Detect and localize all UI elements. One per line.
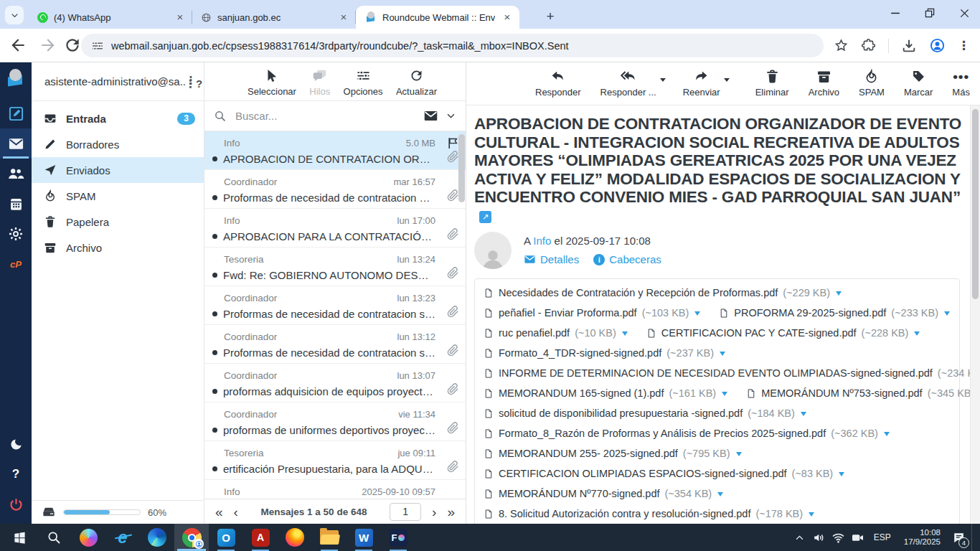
attachment-menu-caret[interactable] (836, 291, 842, 298)
attachment-menu-caret[interactable] (622, 331, 628, 339)
message-row[interactable]: Coordinadormar 16:57 Proformas de necesi… (204, 170, 466, 209)
refresh-button[interactable] (63, 36, 82, 55)
details-link[interactable]: Detalles (524, 253, 579, 265)
threads-button[interactable]: Hilos (309, 68, 330, 97)
attachment-file[interactable]: MEMORÁNDUM Nº753-signed.pdf(~345 KB) (746, 387, 980, 400)
compose-button[interactable] (0, 98, 32, 128)
reader-scrollbar-thumb[interactable] (972, 109, 979, 299)
attachment-menu-caret[interactable] (722, 392, 727, 399)
delete-button[interactable]: Eliminar (755, 69, 789, 98)
mark-button[interactable]: Marcar (904, 69, 933, 98)
minimize-button[interactable] (885, 3, 905, 23)
close-button[interactable] (954, 3, 974, 23)
recipient-link[interactable]: Info (533, 235, 551, 247)
attachment-file[interactable]: 8. Solicitud Autorización contra y resol… (484, 508, 814, 520)
edge-button[interactable] (140, 524, 174, 551)
open-external-icon[interactable]: ↗ (479, 211, 491, 223)
attachment-file[interactable]: INFORME DE DETERMINACION DE NECESIDAD EV… (484, 367, 980, 380)
forward-button[interactable]: Reenviar (683, 69, 720, 98)
tab-sanjuan[interactable]: sanjuan.gob.ec × (192, 6, 356, 29)
message-row[interactable]: Tesorerialun 13:24 Fwd: Re: GOBIERNO AUT… (204, 248, 466, 286)
mail-nav-button[interactable] (0, 128, 32, 159)
message-row[interactable]: Infolun 17:00 APROBACION PARA LA CONTRAT… (204, 209, 466, 248)
attachment-menu-caret[interactable] (720, 352, 725, 359)
attachment-menu-caret[interactable] (944, 311, 950, 319)
page-number-input[interactable] (390, 503, 421, 521)
last-page-icon[interactable]: » (447, 505, 455, 519)
reply-all-menu-caret[interactable] (660, 78, 666, 85)
address-bar[interactable]: webmail.sanjuan.gob.ec/cpsess1988317614/… (81, 34, 824, 57)
previous-page-icon[interactable]: ‹ (234, 505, 238, 519)
tab-close-icon[interactable]: × (501, 11, 514, 24)
attachment-file[interactable]: MEMORANDUM 255- 2025-signed.pdf(~795 KB) (484, 448, 742, 460)
attachment-file[interactable]: ruc penafiel.pdf(~10 KB) (484, 327, 628, 339)
folder-papelera[interactable]: Papelera (32, 209, 204, 235)
reply-all-button[interactable]: Responder ... (600, 69, 656, 98)
message-row[interactable]: Info5.0 MB APROBACION DE CONTRATACION OR… (204, 131, 466, 170)
bookmark-star-icon[interactable] (834, 38, 849, 53)
reply-button[interactable]: Responder (535, 69, 581, 98)
folder-spam[interactable]: SPAM (32, 183, 204, 209)
internet-explorer-button[interactable]: e (105, 524, 140, 551)
help-button[interactable]: ? (0, 459, 32, 489)
chrome-button[interactable] (174, 524, 209, 551)
attachment-menu-caret[interactable] (839, 472, 844, 479)
search-scope-mail-icon[interactable] (423, 108, 438, 123)
contacts-nav-button[interactable] (0, 159, 32, 189)
attachment-file[interactable]: solicitud de disponibilidad presupuestar… (484, 408, 806, 420)
calendar-nav-button[interactable] (0, 189, 32, 219)
search-input[interactable] (234, 109, 416, 123)
attachment-menu-caret[interactable] (801, 412, 806, 419)
tray-expand-button[interactable] (790, 524, 809, 551)
outlook-button[interactable]: O (209, 524, 243, 551)
volume-button[interactable] (809, 524, 829, 551)
forward-button[interactable] (39, 36, 57, 55)
site-settings-icon[interactable] (91, 39, 104, 52)
taskbar-search-button[interactable] (37, 524, 71, 551)
next-page-icon[interactable]: › (432, 505, 436, 519)
folder-enviados[interactable]: Enviados (32, 157, 204, 183)
refresh-list-button[interactable]: Actualizar (396, 68, 437, 97)
network-button[interactable] (829, 524, 848, 551)
tab-close-icon[interactable]: × (174, 11, 187, 24)
folder-borradores[interactable]: Borradores (32, 131, 204, 157)
tab-whatsapp[interactable]: (4) WhatsApp × (29, 6, 192, 29)
message-row[interactable]: Tesoreriajue 09:11 ertificación Presupue… (204, 441, 466, 480)
message-row[interactable]: Coordinadorlun 13:12 Proformas de necesi… (204, 325, 466, 364)
tab-close-icon[interactable]: × (337, 11, 350, 24)
headers-link[interactable]: iCabeceras (593, 253, 661, 265)
file-explorer-button[interactable] (312, 524, 347, 551)
meet-now-button[interactable] (848, 524, 867, 551)
first-page-icon[interactable]: « (215, 505, 223, 519)
show-desktop-button[interactable] (971, 524, 974, 551)
attachment-file[interactable]: CERTIFICACION OLIMPIADAS ESPACIOS-signed… (484, 468, 844, 480)
attachment-menu-caret[interactable] (694, 311, 700, 319)
new-tab-button[interactable]: + (542, 9, 559, 26)
start-button[interactable] (2, 524, 37, 551)
restore-button[interactable] (920, 3, 940, 23)
downloads-icon[interactable] (901, 38, 917, 54)
options-button[interactable]: Opciones (344, 68, 383, 97)
firefox-button[interactable] (278, 524, 312, 551)
attachment-file[interactable]: MEMORANDUM 165-signed (1).pdf(~161 KB) (484, 387, 727, 400)
profile-icon[interactable] (929, 37, 946, 54)
back-button[interactable] (9, 36, 27, 55)
archive-button[interactable]: Archivo (809, 69, 839, 98)
attachment-file[interactable]: Formato_8_Razón de Proformas y Análisis … (484, 428, 890, 440)
browser-menu-icon[interactable]: ⋮ (958, 44, 970, 48)
folder-entrada[interactable]: Entrada 3 (32, 105, 204, 131)
folder-archivo[interactable]: Archivo (32, 235, 204, 260)
spam-button[interactable]: SPAM (859, 69, 885, 98)
message-row[interactable]: Coordinadorlun 13:07 proformas adquisici… (204, 364, 466, 402)
select-button[interactable]: Seleccionar (248, 68, 296, 97)
dark-mode-button[interactable] (0, 429, 32, 459)
account-menu-icon[interactable]: ⋮⋮? (185, 78, 197, 85)
word-button[interactable]: W (347, 524, 381, 551)
tab-roundcube[interactable]: Roundcube Webmail :: Enviados × (356, 6, 519, 29)
copilot-button[interactable] (71, 524, 105, 551)
tab-search-button[interactable] (5, 6, 24, 24)
attachment-file[interactable]: Necesidades de Contratación y Recepción … (484, 287, 842, 299)
reader-scrollbar[interactable] (970, 105, 980, 524)
attachment-menu-caret[interactable] (914, 331, 920, 339)
clock[interactable]: 10:0817/9/2025 (897, 528, 947, 547)
